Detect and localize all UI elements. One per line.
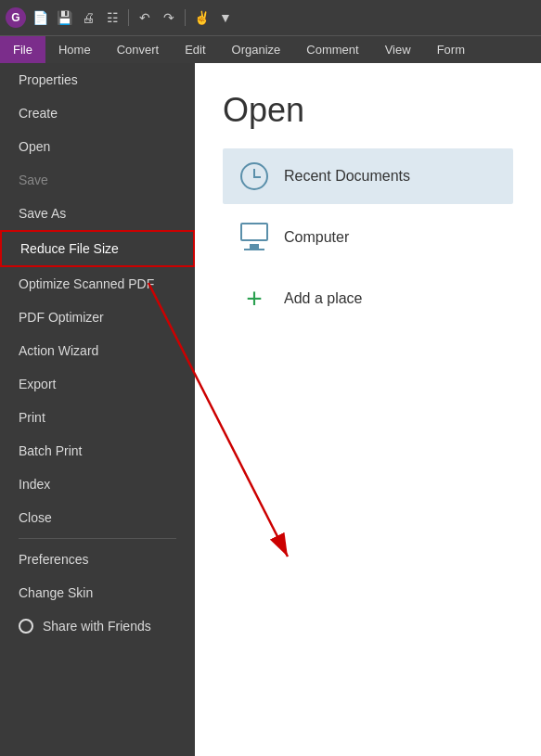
page-title: Open	[223, 91, 513, 130]
sidebar-item-action-wizard[interactable]: Action Wizard	[0, 334, 195, 367]
recent-documents-option[interactable]: Recent Documents	[223, 148, 513, 204]
sidebar-item-print[interactable]: Print	[0, 401, 195, 434]
forward-icon[interactable]: ↷	[159, 7, 179, 28]
computer-option[interactable]: Computer	[223, 210, 513, 265]
sidebar-item-pdf-optimizer[interactable]: PDF Optimizer	[0, 301, 195, 334]
menu-home[interactable]: Home	[45, 36, 104, 63]
brand-icon[interactable]: G	[6, 7, 26, 28]
sidebar-item-optimize-scanned[interactable]: Optimize Scanned PDF	[0, 267, 195, 301]
properties-icon[interactable]: ☷	[102, 7, 122, 28]
dropdown-arrow-icon[interactable]: ▼	[215, 7, 236, 28]
share-circle-icon	[19, 619, 33, 634]
back-icon[interactable]: ↶	[135, 7, 155, 28]
print-icon[interactable]: 🖨	[78, 7, 98, 28]
sidebar-item-save[interactable]: Save	[0, 163, 195, 197]
sidebar-item-properties[interactable]: Properties	[0, 63, 195, 96]
computer-icon	[238, 221, 271, 254]
sidebar-item-change-skin[interactable]: Change Skin	[0, 576, 195, 609]
menu-form[interactable]: Form	[424, 36, 478, 63]
sidebar-item-close[interactable]: Close	[0, 501, 195, 534]
sidebar-separator	[19, 538, 176, 539]
recent-documents-label: Recent Documents	[284, 168, 410, 185]
main-layout: Properties Create Open Save Save As Redu…	[0, 63, 541, 756]
toolbar: G 📄 💾 🖨 ☷ ↶ ↷ ✌ ▼	[0, 0, 541, 35]
sidebar-item-export[interactable]: Export	[0, 367, 195, 401]
menu-file[interactable]: File	[0, 36, 45, 63]
sidebar-item-share-with-friends[interactable]: Share with Friends	[0, 609, 195, 643]
toolbar-separator-1	[128, 9, 129, 26]
menu-convert[interactable]: Convert	[104, 36, 173, 63]
content-area: Open Recent Documents Computer + Add a p…	[195, 63, 541, 756]
add-place-label: Add a place	[284, 290, 363, 307]
clock-icon	[238, 160, 271, 193]
menu-organize[interactable]: Organize	[219, 36, 294, 63]
hand-icon[interactable]: ✌	[191, 7, 212, 28]
toolbar-separator-2	[185, 9, 186, 26]
sidebar-item-open[interactable]: Open	[0, 130, 195, 163]
sidebar: Properties Create Open Save Save As Redu…	[0, 63, 195, 756]
sidebar-item-batch-print[interactable]: Batch Print	[0, 434, 195, 468]
sidebar-item-save-as[interactable]: Save As	[0, 197, 195, 230]
menubar: File Home Convert Edit Organize Comment …	[0, 35, 541, 63]
computer-label: Computer	[284, 229, 349, 246]
add-place-option[interactable]: + Add a place	[223, 271, 513, 327]
menu-view[interactable]: View	[372, 36, 424, 63]
menu-edit[interactable]: Edit	[172, 36, 218, 63]
file-new-icon[interactable]: 📄	[30, 7, 50, 28]
save-icon[interactable]: 💾	[54, 7, 74, 28]
add-place-icon: +	[238, 282, 271, 315]
sidebar-item-index[interactable]: Index	[0, 468, 195, 501]
menu-comment[interactable]: Comment	[293, 36, 371, 63]
sidebar-item-preferences[interactable]: Preferences	[0, 543, 195, 576]
sidebar-item-create[interactable]: Create	[0, 96, 195, 130]
sidebar-item-reduce-file-size[interactable]: Reduce File Size	[0, 230, 195, 267]
